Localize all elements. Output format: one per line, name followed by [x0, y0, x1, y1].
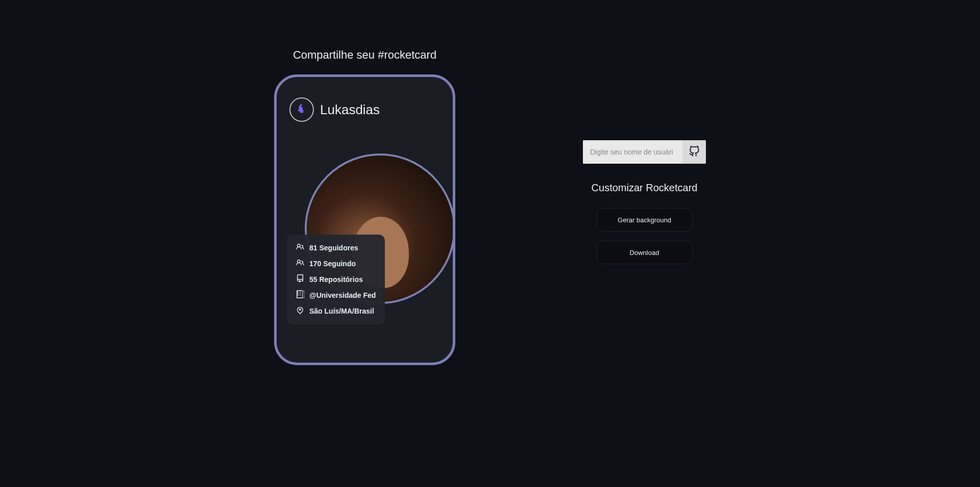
rocket-card: Lukasdias 81 Seguidores [274, 74, 455, 365]
share-title: Compartilhe seu #rocketcard [293, 48, 436, 62]
stat-company: @Universidade Fed [296, 290, 376, 300]
stat-following: 170 Seguindo [296, 259, 376, 269]
following-text: 170 Seguindo [309, 260, 356, 268]
card-header: Lukasdias [289, 97, 453, 122]
stat-followers: 81 Seguidores [296, 243, 376, 253]
search-button[interactable] [682, 140, 706, 164]
rocket-badge [289, 97, 314, 122]
building-icon [296, 290, 304, 300]
customize-title: Customizar Rocketcard [592, 182, 698, 194]
search-container [583, 140, 706, 164]
stat-repos: 55 Repositórios [296, 274, 376, 285]
username: Lukasdias [320, 102, 380, 118]
repo-icon [296, 274, 304, 285]
followers-text: 81 Seguidores [309, 244, 358, 252]
location-icon [296, 306, 304, 316]
location-text: São Luís/MA/Brasil [309, 307, 374, 315]
username-input[interactable] [583, 140, 682, 164]
github-icon [689, 146, 700, 159]
rocket-icon [296, 103, 307, 116]
download-button[interactable]: Download [597, 241, 693, 264]
stat-location: São Luís/MA/Brasil [296, 306, 376, 316]
people-icon [296, 259, 304, 269]
stats-box: 81 Seguidores 170 Seguindo [287, 235, 385, 324]
generate-background-button[interactable]: Gerar background [597, 208, 693, 232]
repos-text: 55 Repositórios [309, 275, 363, 284]
company-text: @Universidade Fed [309, 291, 376, 299]
people-icon [296, 243, 304, 253]
